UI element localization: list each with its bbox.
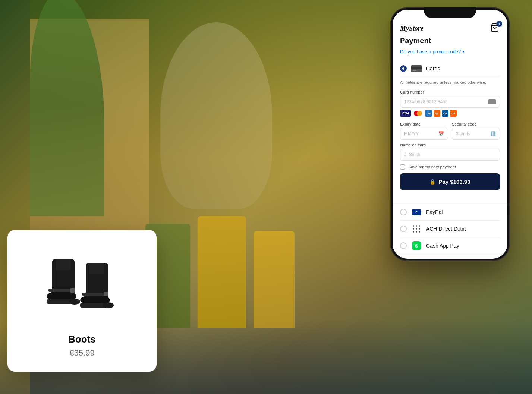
- save-checkbox[interactable]: [400, 164, 405, 170]
- svg-point-12: [103, 302, 114, 308]
- card-type-indicator: [488, 99, 496, 104]
- product-image: [30, 244, 134, 326]
- phone-notch: [424, 7, 476, 18]
- ach-label: ACH Direct Debit: [426, 226, 466, 232]
- cashapp-label: Cash App Pay: [426, 243, 459, 249]
- pay-button[interactable]: 🔒 Pay $103.93: [400, 173, 500, 190]
- lock-icon: 🔒: [429, 179, 435, 185]
- payment-option-googlepay[interactable]: GPay Google Pay: [400, 254, 500, 259]
- payment-option-cards[interactable]: Cards: [400, 60, 500, 77]
- discover-icon: DC: [434, 110, 440, 117]
- security-input[interactable]: 3 digits ℹ️: [452, 128, 500, 140]
- security-placeholder: 3 digits: [456, 131, 470, 136]
- cards-radio[interactable]: [400, 65, 407, 72]
- phone-mockup: MyStore 1 Payment Do yo: [390, 7, 510, 261]
- phone-content: MyStore 1 Payment Do yo: [393, 10, 507, 259]
- payment-option-cashapp[interactable]: $ Cash App Pay: [400, 237, 500, 254]
- other-methods: P PayPal: [393, 204, 507, 259]
- name-group: Name on card J. Smith: [400, 140, 500, 161]
- main-container: Boots €35.99 MyStore 1: [0, 0, 532, 394]
- product-price: €35.99: [69, 348, 94, 358]
- card-icon: [411, 65, 422, 72]
- name-input[interactable]: J. Smith: [400, 149, 500, 161]
- calendar-icon: 📅: [438, 131, 444, 136]
- info-icon: ℹ️: [490, 131, 496, 136]
- person-area: [123, 22, 347, 358]
- cashapp-icon: $: [412, 241, 421, 250]
- phone-screen: MyStore 1 Payment Do yo: [393, 10, 507, 259]
- card-number-input[interactable]: 1234 5678 9012 3456: [400, 96, 500, 108]
- svg-rect-19: [413, 70, 416, 71]
- visa-icon: VISA: [400, 110, 411, 117]
- cart-icon-wrapper[interactable]: 1: [489, 23, 500, 34]
- cart-badge: 1: [496, 21, 502, 27]
- form-hint: All fields are required unless marked ot…: [400, 80, 500, 85]
- name-label: Name on card: [400, 143, 500, 147]
- save-checkbox-row: Save for my next payment: [400, 164, 500, 170]
- expiry-security-row: Expiry date MM/YY 📅 Security code 3 digi…: [400, 119, 500, 140]
- payment-title: Payment: [400, 37, 500, 45]
- promo-code-text: Do you have a promo code?: [400, 49, 461, 54]
- expiry-input[interactable]: MM/YY 📅: [400, 128, 448, 140]
- card-number-placeholder: 1234 5678 9012 3456: [404, 99, 448, 104]
- payment-option-paypal[interactable]: P PayPal: [400, 204, 500, 221]
- ach-icon: [412, 225, 421, 233]
- cashapp-icon-wrapper: $: [411, 242, 422, 249]
- security-label: Security code: [452, 122, 500, 126]
- payment-option-ach[interactable]: ACH Direct Debit: [400, 221, 500, 237]
- amex-icon: AM: [425, 110, 432, 117]
- svg-rect-1: [56, 259, 71, 270]
- payment-section: Payment Do you have a promo code? ▾: [393, 37, 507, 204]
- card-number-label: Card number: [400, 90, 500, 94]
- expiry-label: Expiry date: [400, 122, 448, 126]
- svg-rect-14: [104, 292, 108, 296]
- boot-image: [34, 248, 130, 322]
- product-name: Boots: [68, 334, 96, 345]
- security-group: Security code 3 digits ℹ️: [452, 119, 500, 140]
- svg-point-4: [69, 299, 80, 305]
- paypal-radio[interactable]: [400, 209, 407, 215]
- expiry-group: Expiry date MM/YY 📅: [400, 119, 448, 140]
- product-card: Boots €35.99: [7, 230, 157, 372]
- credit-card-icon: [411, 65, 422, 72]
- promo-chevron-icon: ▾: [462, 49, 465, 54]
- card-other1-icon: CB: [442, 110, 448, 117]
- name-placeholder: J. Smith: [404, 152, 420, 157]
- mastercard-icon: [412, 110, 424, 117]
- svg-rect-18: [411, 67, 422, 69]
- promo-code-link[interactable]: Do you have a promo code? ▾: [400, 49, 500, 54]
- paypal-icon-wrapper: P: [411, 208, 422, 216]
- card-other2-icon: UP: [450, 110, 457, 117]
- cards-label: Cards: [426, 66, 440, 72]
- paypal-icon: P: [412, 209, 421, 215]
- save-label: Save for my next payment: [408, 165, 456, 169]
- cashapp-radio[interactable]: [400, 242, 407, 249]
- paypal-label: PayPal: [426, 209, 443, 215]
- svg-rect-6: [70, 288, 75, 293]
- card-icons-row: VISA AM DC CB UP: [400, 110, 500, 117]
- ach-radio[interactable]: [400, 226, 407, 232]
- app-logo: MyStore: [400, 25, 424, 32]
- svg-rect-9: [89, 263, 104, 274]
- expiry-placeholder: MM/YY: [404, 131, 419, 136]
- ach-icon-wrapper: [411, 225, 422, 233]
- card-number-group: Card number 1234 5678 9012 3456: [400, 87, 500, 108]
- cards-form: All fields are required unless marked ot…: [400, 77, 500, 196]
- pay-button-label: Pay $103.93: [438, 179, 470, 185]
